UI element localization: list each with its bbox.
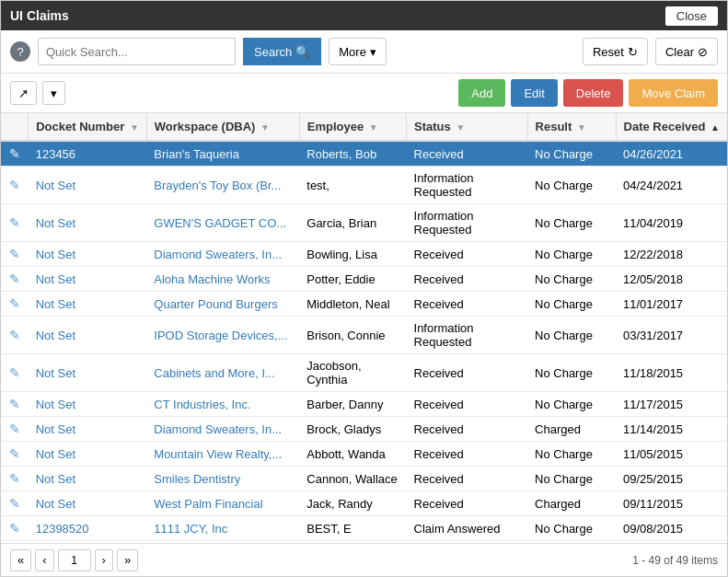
edit-row-icon[interactable]: ✎ (9, 178, 20, 192)
row-employee: Roberts, Bob (299, 141, 406, 167)
col-docket-sort-icon: ▼ (130, 122, 139, 133)
col-status-label: Status (414, 120, 451, 133)
row-result: Charged (527, 417, 616, 442)
row-docket: 12398520 (29, 516, 147, 541)
table-row[interactable]: ✎Not SetIPOD Storage Devices,...Brison, … (1, 317, 727, 354)
workspace-link[interactable]: Diamond Sweaters, In... (154, 248, 282, 261)
edit-row-icon[interactable]: ✎ (9, 215, 20, 230)
row-result: Charged (527, 491, 616, 516)
workspace-link[interactable]: Diamond Sweaters, In... (154, 422, 282, 436)
table-row[interactable]: ✎Not SetGWEN'S GADGET CO...Garcia, Brian… (1, 204, 727, 242)
docket-link[interactable]: 12398520 (36, 522, 89, 536)
help-button[interactable]: ? (10, 41, 30, 62)
edit-row-icon[interactable]: ✎ (9, 521, 20, 536)
row-edit-cell: ✎ (1, 516, 29, 541)
col-header-checkbox (1, 113, 29, 141)
expand-button[interactable]: ↗ (10, 81, 37, 105)
next-page-button[interactable]: › (95, 549, 113, 571)
row-docket: Not Set (29, 204, 147, 242)
col-header-status[interactable]: Status ▼ (407, 113, 528, 141)
workspace-link[interactable]: IPOD Storage Devices,... (154, 329, 287, 342)
search-input[interactable] (38, 38, 236, 65)
last-page-button[interactable]: » (117, 549, 138, 571)
collapse-button[interactable]: ▾ (42, 81, 65, 105)
col-header-employee[interactable]: Employee ▼ (299, 113, 406, 141)
col-status-sort-icon: ▼ (456, 122, 465, 133)
table-row[interactable]: ✎Not SetAloha Machine WorksPotter, Eddie… (1, 267, 727, 292)
row-status: Received (407, 467, 528, 491)
first-page-button[interactable]: « (10, 549, 31, 571)
workspace-link[interactable]: Cabinets and More, I... (154, 366, 275, 380)
col-workspace-sort-icon: ▼ (260, 122, 270, 133)
row-status: Information Requested (407, 317, 528, 354)
docket-link[interactable]: 123456 (36, 147, 75, 161)
table-row[interactable]: ✎Not SetMountain View Realty,...Abbott, … (1, 442, 727, 467)
workspace-link[interactable]: Quarter Pound Burgers (154, 297, 277, 311)
move-claim-button[interactable]: Move Claim (629, 79, 718, 107)
edit-row-icon[interactable]: ✎ (9, 446, 20, 461)
row-date: 04/24/2021 (616, 167, 727, 204)
edit-row-icon[interactable]: ✎ (9, 365, 20, 380)
edit-row-icon[interactable]: ✎ (9, 146, 20, 161)
table-row[interactable]: ✎Not SetWest Palm FinancialJack, RandyRe… (1, 491, 727, 516)
delete-button[interactable]: Delete (563, 79, 624, 107)
table-row[interactable]: ✎Not SetCT Industries, Inc.Barber, Danny… (1, 392, 727, 417)
edit-button[interactable]: Edit (511, 79, 557, 107)
reset-button[interactable]: Reset ↻ (583, 38, 648, 65)
action-bar: ↗ ▾ Add Edit Delete Move Claim (1, 74, 727, 113)
workspace-link[interactable]: Brayden's Toy Box (Br... (154, 179, 281, 192)
row-employee: Jack, Randy (299, 491, 406, 516)
table-row[interactable]: ✎Not SetDiamond Sweaters, In...Bowling, … (1, 242, 727, 267)
row-employee: Potter, Eddie (299, 267, 406, 292)
workspace-link[interactable]: Mountain View Realty,... (154, 447, 282, 461)
search-button[interactable]: Search 🔍 (243, 38, 321, 65)
workspace-link[interactable]: Smiles Dentistry (154, 472, 240, 486)
col-employee-sort-icon: ▼ (369, 122, 378, 133)
col-header-docket[interactable]: Docket Number ▼ (29, 113, 147, 141)
workspace-link[interactable]: CT Industries, Inc. (154, 398, 250, 411)
row-edit-cell: ✎ (1, 242, 29, 267)
edit-row-icon[interactable]: ✎ (9, 271, 20, 286)
table-row[interactable]: ✎Not SetCabinets and More, I...Jacobson,… (1, 354, 727, 392)
edit-row-icon[interactable]: ✎ (9, 397, 20, 411)
edit-row-icon[interactable]: ✎ (9, 471, 20, 486)
row-result: No Charge (527, 467, 616, 491)
row-employee: BEST, E (299, 516, 406, 541)
workspace-link[interactable]: Aloha Machine Works (154, 272, 270, 286)
page-number-input[interactable] (58, 549, 91, 571)
close-button[interactable]: Close (665, 6, 718, 26)
more-dropdown-icon: ▾ (370, 45, 376, 59)
more-button[interactable]: More ▾ (329, 38, 387, 65)
workspace-link[interactable]: GWEN'S GADGET CO... (154, 216, 286, 230)
table-row[interactable]: ✎Not SetDiamond Sweaters, In...Brock, Gl… (1, 417, 727, 442)
edit-row-icon[interactable]: ✎ (9, 421, 20, 436)
workspace-link[interactable]: West Palm Financial (154, 497, 262, 511)
edit-row-icon[interactable]: ✎ (9, 296, 20, 311)
edit-row-icon[interactable]: ✎ (9, 328, 20, 342)
clear-button[interactable]: Clear ⊘ (655, 38, 718, 65)
row-workspace: Cabinets and More, I... (146, 354, 299, 392)
edit-row-icon[interactable]: ✎ (9, 247, 20, 261)
col-header-date[interactable]: Date Received ▲ (616, 113, 727, 141)
workspace-link[interactable]: Brian's Taqueria (154, 147, 239, 161)
row-date: 11/14/2015 (616, 417, 727, 442)
col-header-workspace[interactable]: Workspace (DBA) ▼ (146, 113, 299, 141)
add-button[interactable]: Add (458, 79, 505, 107)
row-edit-cell: ✎ (1, 442, 29, 467)
table-row[interactable]: ✎123985201111 JCY, IncBEST, EClaim Answe… (1, 516, 727, 541)
window-title: UI Claims (10, 8, 69, 23)
table-row[interactable]: ✎Not SetBrayden's Toy Box (Br...test,Inf… (1, 167, 727, 204)
table-row[interactable]: ✎123456Brian's TaqueriaRoberts, BobRecei… (1, 141, 727, 167)
col-header-result[interactable]: Result ▼ (527, 113, 616, 141)
docket-not-set: Not Set (36, 248, 75, 261)
docket-not-set: Not Set (36, 398, 75, 411)
table-row[interactable]: ✎Not SetSmiles DentistryCannon, WallaceR… (1, 467, 727, 491)
workspace-link[interactable]: 1111 JCY, Inc (154, 522, 227, 536)
col-employee-label: Employee (307, 120, 364, 133)
docket-not-set: Not Set (36, 272, 75, 286)
row-result: No Charge (527, 167, 616, 204)
table-row[interactable]: ✎Not SetQuarter Pound BurgersMiddleton, … (1, 292, 727, 317)
prev-page-button[interactable]: ‹ (35, 549, 53, 571)
row-result: No Charge (527, 354, 616, 392)
edit-row-icon[interactable]: ✎ (9, 496, 20, 511)
